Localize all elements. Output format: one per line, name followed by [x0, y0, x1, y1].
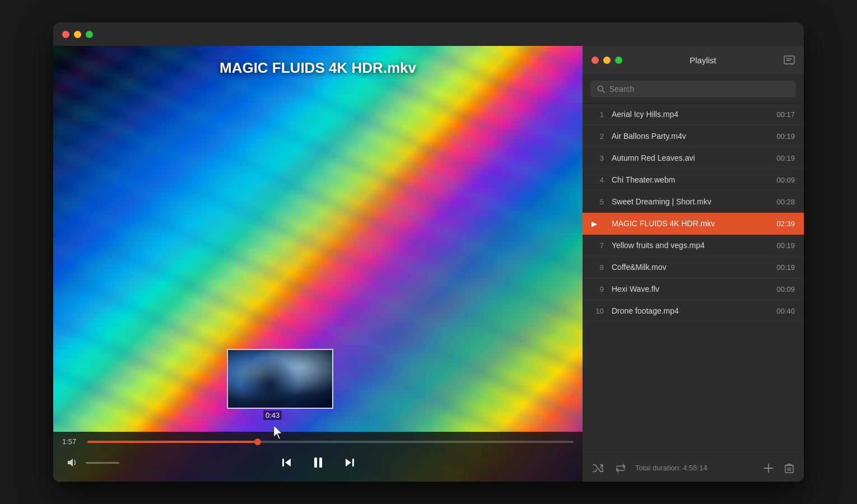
playlist-item[interactable]: 4 Chi Theater.webm 00:09 [583, 169, 804, 191]
progress-fill [87, 441, 258, 443]
item-duration: 00:19 [776, 263, 795, 272]
playlist-footer: Total duration: 4:55:14 [583, 454, 804, 482]
search-icon [597, 85, 605, 93]
item-name: Autumn Red Leaves.avi [612, 153, 770, 162]
chat-icon[interactable] [784, 55, 795, 66]
item-number: 7 [591, 241, 604, 250]
item-duration: 00:17 [776, 110, 795, 119]
item-number: 1 [591, 110, 604, 119]
playlist-item[interactable]: 8 Coffe&Milk.mov 00:19 [583, 256, 804, 278]
playlist-item[interactable]: 5 Sweet Dreaming | Short.mkv 00:28 [583, 191, 804, 213]
svg-rect-4 [784, 56, 794, 64]
next-button[interactable] [338, 451, 361, 474]
playlist-panel: Playlist [583, 46, 804, 482]
minimize-button[interactable] [74, 31, 81, 38]
playlist-item[interactable]: 9 Hexi Wave.flv 00:09 [583, 278, 804, 300]
playlist-item[interactable]: 3 Autumn Red Leaves.avi 00:19 [583, 147, 804, 169]
item-name: Coffe&Milk.mov [612, 263, 770, 272]
scrub-time-tooltip: 0:43 [263, 410, 282, 420]
item-name: Air Ballons Party.m4v [612, 132, 770, 141]
item-name: Yellow fruits and vegs.mp4 [612, 241, 770, 250]
add-button[interactable] [761, 461, 776, 475]
item-number: 10 [591, 307, 604, 315]
pause-button[interactable] [307, 451, 329, 474]
playlist-header: Playlist [583, 46, 804, 75]
video-title: MAGIC FLUIDS 4K HDR.mkv [53, 59, 583, 77]
playlist-item[interactable]: 1 Aerial Icy Hills.mp4 00:17 [583, 104, 804, 125]
search-area [583, 75, 804, 104]
progress-bar[interactable] [87, 441, 574, 443]
item-duration: 00:19 [776, 132, 795, 141]
playlist-item[interactable]: ▶ MAGIC FLUIDS 4K HDR.mkv 02:39 [583, 213, 804, 235]
item-duration: 00:28 [776, 198, 795, 206]
panel-close-button[interactable] [591, 57, 599, 64]
window-controls [62, 31, 93, 38]
item-name: MAGIC FLUIDS 4K HDR.mkv [612, 219, 770, 228]
previous-button[interactable] [276, 451, 298, 474]
panel-maximize-button[interactable] [615, 57, 622, 64]
controls-row [62, 451, 574, 474]
playlist-item[interactable]: 10 Drone footage.mp4 00:40 [583, 300, 804, 322]
item-name: Hexi Wave.flv [612, 284, 770, 293]
volume-area [62, 452, 119, 473]
scrub-thumbnail [227, 349, 333, 409]
item-duration: 00:19 [776, 154, 795, 162]
item-number: 9 [591, 285, 604, 293]
svg-rect-3 [352, 459, 354, 466]
video-background [53, 46, 583, 482]
total-duration: Total duration: 4:55:14 [635, 464, 754, 472]
cursor-indicator [272, 424, 285, 438]
item-number: 3 [591, 154, 604, 162]
playlist-title: Playlist [690, 55, 716, 65]
item-name: Aerial Icy Hills.mp4 [612, 110, 770, 119]
playback-controls [276, 451, 361, 474]
item-duration: 00:09 [776, 176, 795, 184]
controls-bar: 1:57 [53, 432, 583, 482]
main-content: MAGIC FLUIDS 4K HDR.mkv 0:43 1:57 [53, 46, 804, 482]
item-name: Drone footage.mp4 [612, 306, 770, 315]
close-button[interactable] [62, 31, 69, 38]
progress-area: 1:57 [62, 437, 574, 446]
item-duration: 02:39 [776, 220, 795, 228]
svg-rect-1 [314, 458, 317, 468]
thumbnail-image [228, 350, 332, 408]
panel-minimize-button[interactable] [603, 57, 611, 64]
volume-button[interactable] [62, 452, 82, 473]
svg-rect-0 [282, 459, 284, 466]
search-input[interactable] [609, 85, 789, 94]
item-name: Sweet Dreaming | Short.mkv [612, 197, 770, 206]
shuffle-button[interactable] [590, 461, 606, 475]
search-box[interactable] [590, 81, 796, 97]
item-number: 2 [591, 132, 604, 141]
item-name: Chi Theater.webm [612, 175, 770, 184]
app-window: MAGIC FLUIDS 4K HDR.mkv 0:43 1:57 [53, 22, 804, 482]
delete-button[interactable] [783, 461, 796, 475]
volume-slider[interactable] [86, 462, 119, 464]
repeat-button[interactable] [613, 461, 628, 475]
svg-line-8 [603, 91, 605, 93]
item-number: 8 [591, 263, 604, 272]
item-duration: 00:09 [776, 285, 795, 293]
maximize-button[interactable] [86, 31, 93, 38]
play-icon: ▶ [591, 220, 604, 228]
title-bar [53, 22, 804, 46]
svg-rect-2 [319, 458, 322, 468]
item-duration: 00:40 [776, 307, 795, 315]
item-number: 4 [591, 176, 604, 184]
playlist-items: 1 Aerial Icy Hills.mp4 00:17 2 Air Ballo… [583, 104, 804, 454]
item-number: 5 [591, 198, 604, 206]
video-area[interactable]: MAGIC FLUIDS 4K HDR.mkv 0:43 1:57 [53, 46, 583, 482]
playlist-item[interactable]: 7 Yellow fruits and vegs.mp4 00:19 [583, 235, 804, 256]
item-duration: 00:19 [776, 241, 795, 250]
current-time: 1:57 [62, 437, 82, 446]
playlist-item[interactable]: 2 Air Ballons Party.m4v 00:19 [583, 125, 804, 147]
